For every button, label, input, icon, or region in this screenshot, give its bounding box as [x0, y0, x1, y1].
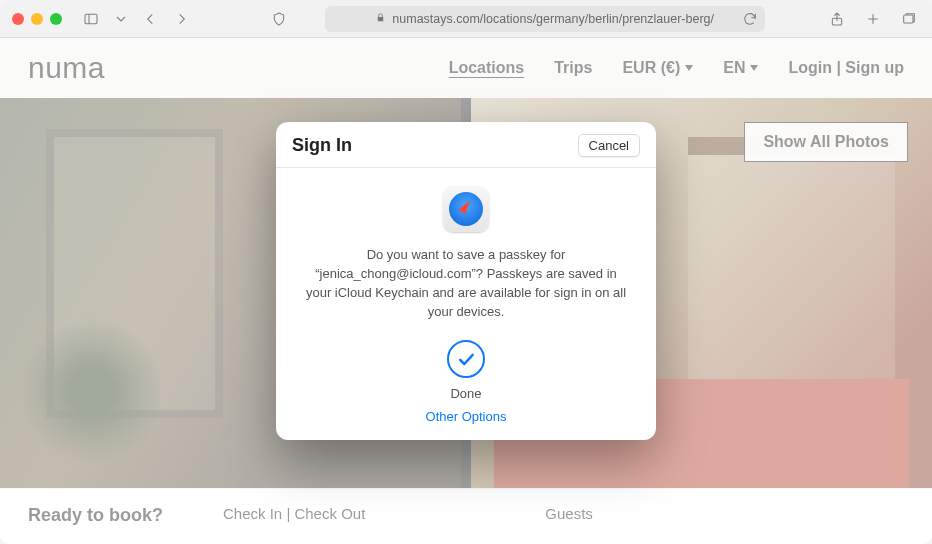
- safari-app-icon: [443, 186, 489, 232]
- window-controls: [12, 13, 62, 25]
- browser-toolbar: numastays.com/locations/germany/berlin/p…: [0, 0, 932, 38]
- share-icon[interactable]: [826, 8, 848, 30]
- new-tab-icon[interactable]: [862, 8, 884, 30]
- dialog-header: Sign In Cancel: [276, 122, 656, 168]
- reload-icon[interactable]: [739, 8, 761, 30]
- close-window-button[interactable]: [12, 13, 24, 25]
- modal-scrim: Sign In Cancel Do you want to save a pas…: [0, 38, 932, 544]
- address-bar-url: numastays.com/locations/germany/berlin/p…: [392, 12, 714, 26]
- minimize-window-button[interactable]: [31, 13, 43, 25]
- passkey-dialog: Sign In Cancel Do you want to save a pas…: [276, 122, 656, 439]
- forward-button-icon[interactable]: [170, 8, 192, 30]
- sidebar-toggle-icon[interactable]: [80, 8, 102, 30]
- svg-rect-0: [85, 14, 97, 23]
- success-check-icon: [447, 340, 485, 378]
- tab-overview-icon[interactable]: [898, 8, 920, 30]
- page-content: numa Locations Trips EUR (€) EN Login | …: [0, 38, 932, 544]
- dialog-message: Do you want to save a passkey for “jenic…: [304, 246, 628, 321]
- other-options-link[interactable]: Other Options: [304, 409, 628, 424]
- privacy-report-icon[interactable]: [268, 8, 290, 30]
- zoom-window-button[interactable]: [50, 13, 62, 25]
- address-bar[interactable]: numastays.com/locations/germany/berlin/p…: [325, 6, 765, 32]
- cancel-button[interactable]: Cancel: [578, 134, 640, 157]
- dialog-title: Sign In: [292, 135, 352, 156]
- svg-rect-5: [904, 15, 913, 23]
- toolbar-dropdown-chevron-icon[interactable]: [110, 8, 132, 30]
- back-button-icon[interactable]: [140, 8, 162, 30]
- done-label: Done: [304, 386, 628, 401]
- lock-icon: [375, 12, 386, 26]
